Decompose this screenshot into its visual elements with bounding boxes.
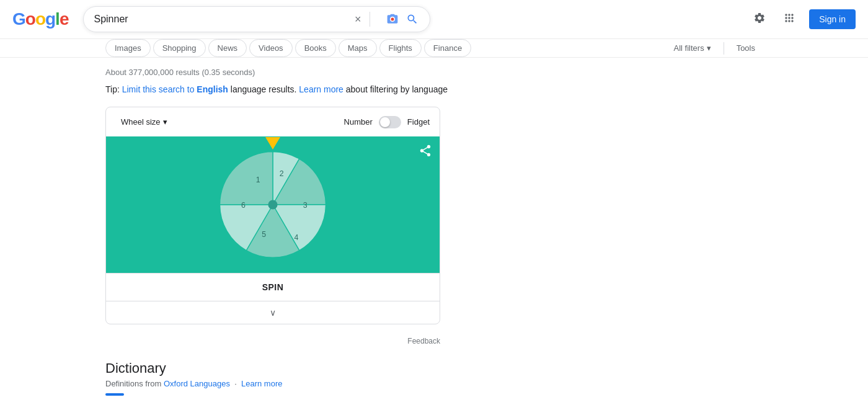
wheel-size-label: Wheel size xyxy=(121,117,161,127)
spinner-canvas[interactable]: 2 3 4 5 6 1 xyxy=(106,136,440,273)
svg-text:6: 6 xyxy=(241,201,246,210)
svg-text:1: 1 xyxy=(256,176,260,184)
oxford-languages-link[interactable]: Oxford Languages xyxy=(164,379,230,388)
search-input[interactable] xyxy=(94,14,348,25)
fidget-label: Fidget xyxy=(407,117,430,127)
share-button[interactable] xyxy=(418,144,432,161)
main-content: About 377,000,000 results (0.35 seconds)… xyxy=(0,58,868,405)
nav-tabs: Images Shopping News Videos Books Maps F… xyxy=(0,39,868,58)
tip-line: Tip: Limit this search to English langua… xyxy=(105,84,763,94)
tab-books[interactable]: Books xyxy=(295,39,336,57)
spinner-controls: Wheel size ▾ Number Fidget xyxy=(106,107,440,136)
sign-in-button[interactable]: Sign in xyxy=(809,9,856,29)
dictionary-section: Dictionary Definitions from Oxford Langu… xyxy=(105,360,477,396)
microphone-button[interactable] xyxy=(378,18,380,20)
clear-button[interactable]: × xyxy=(353,12,363,26)
logo: Google xyxy=(12,9,68,29)
spinner-svg: 2 3 4 5 6 1 xyxy=(214,146,332,264)
svg-text:2: 2 xyxy=(280,169,284,178)
camera-button[interactable] xyxy=(385,12,400,27)
tip-prefix: Tip: xyxy=(105,84,120,94)
results-count: About 377,000,000 results (0.35 seconds) xyxy=(105,68,763,77)
chevron-down-icon: ▾ xyxy=(707,43,711,53)
tab-shopping[interactable]: Shopping xyxy=(153,39,206,57)
wheel-size-button[interactable]: Wheel size ▾ xyxy=(116,115,172,129)
tools-button[interactable]: Tools xyxy=(729,40,763,56)
expand-chevron: ∨ xyxy=(270,308,276,318)
all-filters-label: All filters xyxy=(674,43,704,53)
dictionary-title: Dictionary xyxy=(105,360,477,376)
tip-suffix: about filtering by language xyxy=(346,84,448,94)
number-label: Number xyxy=(344,117,373,127)
tab-videos[interactable]: Videos xyxy=(249,39,293,57)
share-icon xyxy=(418,144,432,158)
apps-button[interactable] xyxy=(779,8,799,31)
gear-icon xyxy=(753,12,766,24)
tab-maps[interactable]: Maps xyxy=(339,39,377,57)
tip-middle: language results. xyxy=(231,84,299,94)
search-icon xyxy=(406,13,418,25)
spinner-right-controls: Number Fidget xyxy=(344,116,430,128)
svg-text:5: 5 xyxy=(262,230,266,239)
search-bar: × xyxy=(83,6,430,32)
wheel-size-chevron: ▾ xyxy=(163,117,167,127)
tab-images[interactable]: Images xyxy=(105,39,151,57)
search-button[interactable] xyxy=(405,12,420,27)
expand-button[interactable]: ∨ xyxy=(106,301,440,324)
spin-button[interactable]: SPIN xyxy=(106,273,440,301)
english-link[interactable]: English xyxy=(197,84,228,94)
feedback-link[interactable]: Feedback xyxy=(105,337,440,345)
settings-button[interactable] xyxy=(750,8,769,31)
dictionary-learn-more-link[interactable]: Learn more xyxy=(241,379,282,388)
tab-news[interactable]: News xyxy=(208,39,247,57)
dictionary-bottom-bar xyxy=(105,393,124,396)
svg-text:4: 4 xyxy=(294,233,299,242)
dict-source-prefix: Definitions from xyxy=(105,379,161,388)
divider xyxy=(724,42,724,55)
spinner-wheel[interactable]: 2 3 4 5 6 1 xyxy=(214,146,332,264)
header: Google × xyxy=(0,0,868,39)
tab-flights[interactable]: Flights xyxy=(379,39,422,57)
dictionary-source: Definitions from Oxford Languages · Lear… xyxy=(105,379,477,388)
svg-point-0 xyxy=(391,18,394,21)
learn-more-link[interactable]: Learn more xyxy=(299,84,343,94)
filters-right: All filters ▾ Tools xyxy=(666,40,763,56)
apps-icon xyxy=(783,12,795,24)
tab-finance[interactable]: Finance xyxy=(424,39,471,57)
camera-icon xyxy=(386,13,399,25)
spinner-pointer xyxy=(265,137,280,149)
spinner-widget: Wheel size ▾ Number Fidget xyxy=(105,107,440,324)
number-fidget-toggle[interactable] xyxy=(379,116,401,128)
limit-search-link[interactable]: Limit this search to xyxy=(122,84,197,94)
svg-text:3: 3 xyxy=(303,201,308,210)
header-right: Sign in xyxy=(750,8,856,31)
all-filters-button[interactable]: All filters ▾ xyxy=(666,40,719,56)
svg-point-1 xyxy=(268,200,277,209)
